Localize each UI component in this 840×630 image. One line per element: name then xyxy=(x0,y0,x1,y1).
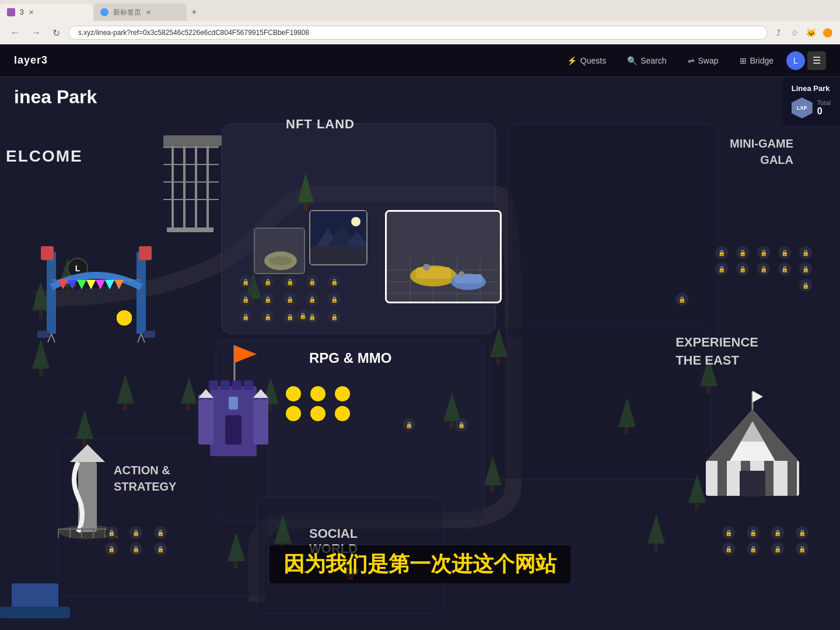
rpg-energy-4[interactable]: ⚡ xyxy=(286,406,301,421)
nav-swap[interactable]: ⇌ Swap xyxy=(680,52,727,69)
br-lock-7[interactable]: 🔒 xyxy=(771,542,784,555)
svg-rect-12 xyxy=(39,369,43,377)
mg-lock-single[interactable]: 🔒 xyxy=(799,279,812,292)
lock-single[interactable]: 🔒 xyxy=(296,309,309,322)
svg-rect-38 xyxy=(654,544,657,551)
lock-6[interactable]: 🔒 xyxy=(239,293,252,306)
bl-lock-6[interactable]: 🔒 xyxy=(154,542,167,555)
lock-1[interactable]: 🔒 xyxy=(239,275,252,288)
lock-9[interactable]: 🔒 xyxy=(306,293,318,306)
nav-search[interactable]: 🔍 Search xyxy=(619,52,674,69)
lock-11[interactable]: 🔒 xyxy=(239,310,252,323)
quests-icon: ⚡ xyxy=(567,56,577,65)
page-title: inea Park xyxy=(14,86,97,108)
nft-artwork-1[interactable] xyxy=(254,228,305,274)
svg-rect-101 xyxy=(209,380,218,390)
bl-lock-2[interactable]: 🔒 xyxy=(130,526,142,539)
exp-lock-2[interactable]: 🔒 xyxy=(455,418,468,431)
tab-new-tab[interactable]: 新标签页 ✕ xyxy=(93,4,187,21)
mg-lock-6[interactable]: 🔒 xyxy=(715,262,728,275)
svg-rect-84 xyxy=(387,212,502,303)
share-icon[interactable]: ⤴ xyxy=(772,27,784,38)
mini-game-lock-grid: 🔒 🔒 🔒 🔒 🔒 🔒 🔒 🔒 🔒 🔒 🔒 xyxy=(715,246,817,292)
rpg-energy-5[interactable]: ⚡ xyxy=(310,406,326,421)
mg-lock-8[interactable]: 🔒 xyxy=(757,262,770,275)
reload-button[interactable]: ↻ xyxy=(49,26,64,40)
svg-rect-26 xyxy=(450,421,453,428)
user-avatar-nav[interactable]: L xyxy=(786,51,805,70)
lock-7[interactable]: 🔒 xyxy=(261,293,274,306)
energy-dot-4[interactable]: ⚡ xyxy=(117,310,132,326)
nft-artwork-3-bumper[interactable] xyxy=(385,210,502,303)
rpg-energy-3[interactable]: ⚡ xyxy=(335,386,350,401)
new-tab-button[interactable]: + xyxy=(187,7,201,18)
bottom-left-structure-svg xyxy=(0,572,70,630)
subtitle-bar: 因为我们是第一次进这个网站 xyxy=(270,545,570,583)
mg-extra-lock[interactable]: 🔒 xyxy=(676,293,688,306)
bumper-car-svg xyxy=(387,212,502,303)
nav-menu-button[interactable]: ☰ xyxy=(807,51,826,70)
nav-quests[interactable]: ⚡ Quests xyxy=(559,52,614,69)
mg-lock-7[interactable]: 🔒 xyxy=(736,262,749,275)
nft-artwork-2[interactable] xyxy=(309,210,368,265)
rpg-energy-6[interactable]: ⚡ xyxy=(335,406,350,421)
br-lock-8[interactable]: 🔒 xyxy=(796,542,808,555)
bottom-right-locks: 🔒 🔒 🔒 🔒 🔒 🔒 🔒 🔒 xyxy=(722,526,817,555)
browser-chrome: 3 ✕ 新标签页 ✕ + ← → ↻ s.xyz/linea-park?ref=… xyxy=(0,0,840,44)
br-lock-5[interactable]: 🔒 xyxy=(722,542,735,555)
tab-bar: 3 ✕ 新标签页 ✕ + xyxy=(0,0,840,21)
rpg-energy-1[interactable]: ⚡ xyxy=(286,386,301,401)
bl-lock-3[interactable]: 🔒 xyxy=(154,526,167,539)
mg-lock-1[interactable]: 🔒 xyxy=(715,246,728,259)
br-lock-1[interactable]: 🔒 xyxy=(722,526,735,539)
br-lock-2[interactable]: 🔒 xyxy=(747,526,760,539)
mg-lock-13 xyxy=(757,279,770,292)
nav-bridge[interactable]: ⊞ Bridge xyxy=(732,52,782,69)
br-lock-6[interactable]: 🔒 xyxy=(747,542,760,555)
mg-lock-9[interactable]: 🔒 xyxy=(778,262,791,275)
bottom-left-locks: 🔒 🔒 🔒 🔒 🔒 🔒 xyxy=(105,526,175,555)
mg-lock-3[interactable]: 🔒 xyxy=(757,246,770,259)
br-lock-3[interactable]: 🔒 xyxy=(771,526,784,539)
mg-lock-14 xyxy=(778,279,791,292)
nft-lock-grid-1: 🔒 🔒 🔒 🔒 🔒 🔒 🔒 🔒 🔒 🔒 🔒 🔒 🔒 🔒 🔒 xyxy=(239,275,345,323)
toolbar-icons: ⤴ ☆ 🐱 🟠 xyxy=(772,27,833,38)
br-lock-4[interactable]: 🔒 xyxy=(796,526,808,539)
tab-favicon xyxy=(7,8,15,16)
lock-10[interactable]: 🔒 xyxy=(328,293,341,306)
rpg-energy-2[interactable]: ⚡ xyxy=(310,386,326,401)
exp-lock-1[interactable]: 🔒 xyxy=(402,418,415,431)
cat-icon[interactable]: 🐱 xyxy=(805,27,817,38)
mg-lock-4[interactable]: 🔒 xyxy=(778,246,791,259)
tab-close-btn[interactable]: ✕ xyxy=(29,9,34,16)
nft-art-1-svg xyxy=(255,229,305,274)
lock-12[interactable]: 🔒 xyxy=(261,310,274,323)
lock-13[interactable]: 🔒 xyxy=(284,310,296,323)
bl-lock-1[interactable]: 🔒 xyxy=(105,526,118,539)
bl-lock-5[interactable]: 🔒 xyxy=(130,542,142,555)
extension-icon[interactable]: 🟠 xyxy=(821,27,833,38)
mg-lock-10[interactable]: 🔒 xyxy=(799,262,812,275)
tab2-favicon xyxy=(100,8,108,16)
lock-8[interactable]: 🔒 xyxy=(284,293,296,306)
tab-active[interactable]: 3 ✕ xyxy=(0,4,93,21)
svg-rect-83 xyxy=(310,246,368,265)
mg-lock-5[interactable]: 🔒 xyxy=(799,246,812,259)
welcome-text: ELCOME xyxy=(6,147,83,166)
forward-button[interactable]: → xyxy=(28,26,44,39)
svg-marker-116 xyxy=(752,391,763,402)
back-button[interactable]: ← xyxy=(7,26,23,39)
lock-2[interactable]: 🔒 xyxy=(261,275,274,288)
bookmark-icon[interactable]: ☆ xyxy=(789,27,800,38)
map-container[interactable]: inea Park Linea Park LXP Total 0 ELCOME … xyxy=(0,77,840,630)
svg-rect-102 xyxy=(220,380,230,390)
svg-rect-50 xyxy=(167,228,214,232)
lock-3[interactable]: 🔒 xyxy=(284,275,296,288)
lock-5[interactable]: 🔒 xyxy=(328,275,341,288)
bl-lock-4[interactable]: 🔒 xyxy=(105,542,118,555)
lock-15[interactable]: 🔒 xyxy=(328,310,341,323)
tab2-close-btn[interactable]: ✕ xyxy=(146,9,151,16)
mg-lock-2[interactable]: 🔒 xyxy=(736,246,749,259)
address-bar[interactable]: s.xyz/linea-park?ref=0x3c582546c5226e6cd… xyxy=(68,26,768,40)
lock-4[interactable]: 🔒 xyxy=(306,275,318,288)
